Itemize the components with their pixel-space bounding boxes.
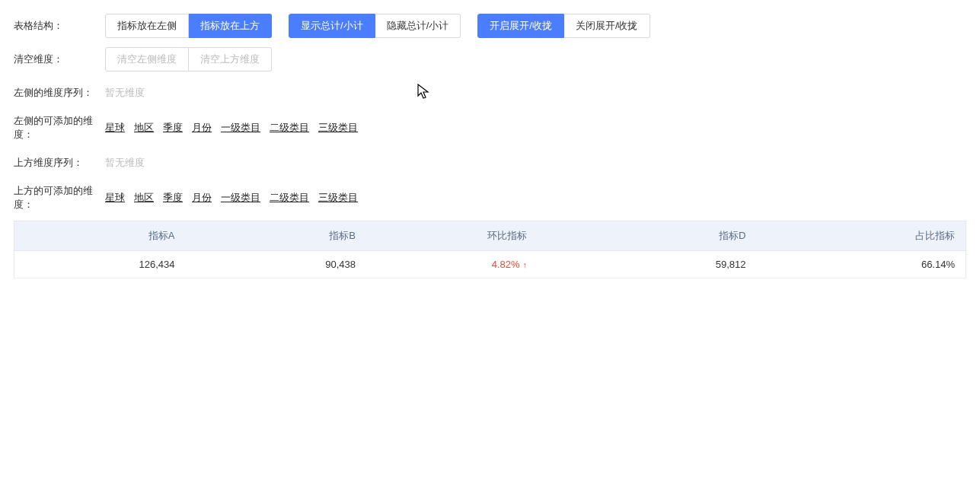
arrow-up-icon: ↑	[523, 260, 528, 269]
trend-percent: 4.82%	[492, 259, 520, 270]
dim-link[interactable]: 二级类目	[270, 191, 309, 205]
dim-link[interactable]: 季度	[163, 191, 183, 205]
top-add-label: 上方的可添加的维度：	[14, 184, 105, 211]
dim-link[interactable]: 三级类目	[318, 191, 358, 205]
dim-link[interactable]: 月份	[192, 191, 212, 205]
left-seq-row: 左侧的维度序列： 暂无维度	[14, 81, 966, 105]
dim-link[interactable]: 星球	[105, 191, 125, 205]
dim-link[interactable]: 地区	[134, 191, 154, 205]
left-add-dims: 星球 地区 季度 月份 一级类目 二级类目 三级类目	[105, 121, 358, 135]
metric-top-button[interactable]: 指标放在上方	[189, 14, 272, 38]
dim-link[interactable]: 地区	[134, 121, 154, 135]
clear-top-button[interactable]: 清空上方维度	[189, 47, 272, 72]
metric-position-group: 指标放在左侧 指标放在上方	[105, 14, 272, 38]
structure-row: 表格结构： 指标放在左侧 指标放在上方 显示总计/小计 隐藏总计/小计 开启展开…	[14, 14, 966, 38]
col-header[interactable]: 占比指标	[757, 221, 966, 251]
cell-metric-d: 59,812	[538, 251, 757, 278]
dim-link[interactable]: 季度	[163, 121, 183, 135]
dim-link[interactable]: 一级类目	[221, 121, 260, 135]
left-add-row: 左侧的可添加的维度： 星球 地区 季度 月份 一级类目 二级类目 三级类目	[14, 114, 966, 141]
metric-left-button[interactable]: 指标放在左侧	[105, 14, 189, 38]
left-seq-placeholder: 暂无维度	[105, 86, 145, 100]
hide-totals-button[interactable]: 隐藏总计/小计	[375, 14, 461, 38]
disable-expand-button[interactable]: 关闭展开/收拢	[564, 14, 650, 38]
cell-metric-e: 66.14%	[757, 251, 966, 278]
left-add-label: 左侧的可添加的维度：	[14, 114, 105, 141]
top-add-row: 上方的可添加的维度： 星球 地区 季度 月份 一级类目 二级类目 三级类目	[14, 184, 966, 211]
table-row: 126,434 90,438 4.82% ↑ 59,812 66.14%	[14, 251, 966, 278]
clear-label: 清空维度：	[14, 52, 105, 66]
structure-label: 表格结构：	[14, 19, 105, 33]
data-table: 指标A 指标B 环比指标 指标D 占比指标 126,434 90,438 4.8…	[14, 221, 966, 278]
cell-metric-a: 126,434	[14, 251, 186, 278]
table-header-row: 指标A 指标B 环比指标 指标D 占比指标	[14, 221, 966, 251]
col-header[interactable]: 指标A	[14, 221, 186, 251]
col-header[interactable]: 指标B	[186, 221, 367, 251]
dim-link[interactable]: 二级类目	[270, 121, 309, 135]
clear-left-button[interactable]: 清空左侧维度	[105, 47, 189, 72]
enable-expand-button[interactable]: 开启展开/收拢	[477, 14, 564, 38]
top-add-dims: 星球 地区 季度 月份 一级类目 二级类目 三级类目	[105, 191, 358, 205]
dim-link[interactable]: 星球	[105, 121, 125, 135]
left-seq-label: 左侧的维度序列：	[14, 86, 105, 100]
col-header[interactable]: 指标D	[538, 221, 757, 251]
expand-group: 开启展开/收拢 关闭展开/收拢	[477, 14, 650, 38]
dim-link[interactable]: 月份	[192, 121, 212, 135]
totals-group: 显示总计/小计 隐藏总计/小计	[289, 14, 461, 38]
dim-link[interactable]: 三级类目	[318, 121, 358, 135]
top-seq-row: 上方维度序列： 暂无维度	[14, 151, 966, 175]
top-seq-label: 上方维度序列：	[14, 156, 105, 170]
clear-row: 清空维度： 清空左侧维度 清空上方维度	[14, 47, 966, 72]
top-seq-placeholder: 暂无维度	[105, 156, 145, 170]
clear-group: 清空左侧维度 清空上方维度	[105, 47, 272, 72]
cell-metric-c: 4.82% ↑	[366, 251, 538, 278]
dim-link[interactable]: 一级类目	[221, 191, 260, 205]
col-header[interactable]: 环比指标	[366, 221, 538, 251]
cell-metric-b: 90,438	[186, 251, 367, 278]
trend-value: 4.82% ↑	[492, 259, 527, 270]
show-totals-button[interactable]: 显示总计/小计	[289, 14, 375, 38]
